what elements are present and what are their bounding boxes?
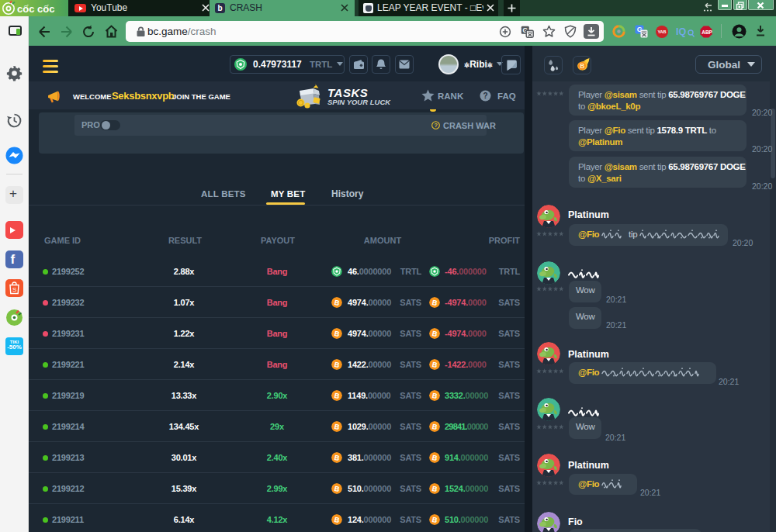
- svg-text:ABP: ABP: [702, 29, 712, 35]
- svg-text:?: ?: [483, 92, 488, 100]
- svg-text:?: ?: [435, 122, 438, 129]
- svg-text:B: B: [580, 62, 584, 70]
- svg-text:cốc cốc: cốc cốc: [17, 3, 54, 15]
- svg-text:S: S: [12, 286, 16, 293]
